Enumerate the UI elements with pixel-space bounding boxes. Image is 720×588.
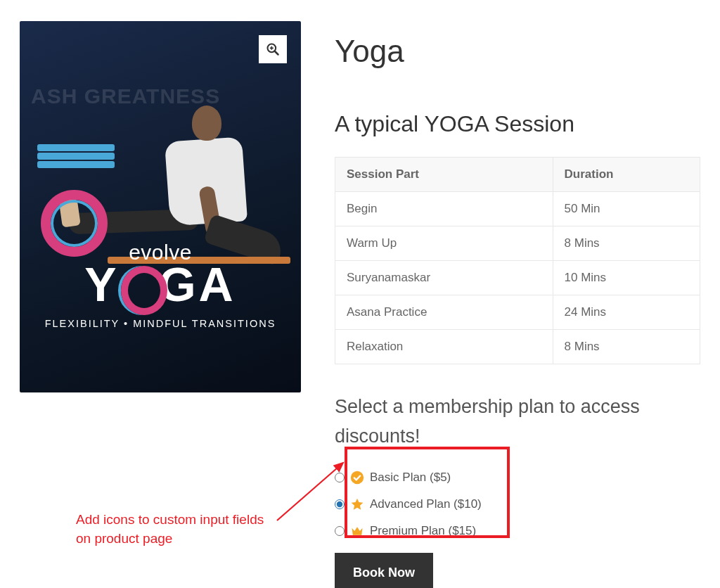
annotation-text: Add icons to custom input fields on prod…	[76, 511, 264, 548]
table-row: Asana Practice 24 Mins	[335, 295, 700, 330]
plan-advanced[interactable]: Advanced Plan ($10)	[335, 491, 700, 518]
col-session-part: Session Part	[335, 158, 553, 192]
plan-advanced-radio[interactable]	[335, 499, 345, 509]
membership-plans: Basic Plan ($5) Advanced Plan ($10)	[335, 464, 700, 544]
plan-basic-radio[interactable]	[335, 473, 345, 482]
logo-o-icon: O	[120, 260, 159, 308]
plan-premium[interactable]: Premium Plan ($15)	[335, 518, 700, 544]
svg-line-1	[275, 51, 278, 55]
logo-big-1: Y	[84, 257, 119, 311]
table-row: Relaxation 8 Mins	[335, 330, 700, 364]
table-row: Warm Up 8 Mins	[335, 226, 700, 261]
page-title: Yoga	[335, 34, 700, 69]
book-now-button[interactable]: Book Now	[335, 553, 433, 588]
col-duration: Duration	[553, 158, 700, 192]
logo-big-2: GA	[159, 257, 236, 311]
image-logo: evolve YOGA FLEXIBILITY • MINDFUL TRANSI…	[20, 241, 301, 329]
table-row: Begin 50 Min	[335, 192, 700, 226]
session-table: Session Part Duration Begin 50 Min Warm …	[335, 157, 700, 364]
plan-premium-label: Premium Plan ($15)	[370, 524, 476, 538]
zoom-in-icon	[266, 42, 280, 56]
plan-basic[interactable]: Basic Plan ($5)	[335, 464, 700, 491]
check-circle-icon	[350, 471, 364, 485]
logo-tagline: FLEXIBILITY • MINDFUL TRANSITIONS	[20, 318, 301, 329]
svg-point-4	[351, 471, 364, 484]
plan-premium-radio[interactable]	[335, 526, 345, 536]
star-icon	[350, 497, 364, 511]
zoom-button[interactable]	[259, 35, 287, 63]
table-row: Suryanamaskar 10 Mins	[335, 261, 700, 295]
plan-advanced-label: Advanced Plan ($10)	[370, 497, 482, 511]
product-image[interactable]: ASH GREATNESS evolve YOGA	[20, 21, 301, 392]
plan-basic-label: Basic Plan ($5)	[370, 471, 451, 485]
session-heading: A typical YOGA Session	[335, 111, 700, 137]
crown-icon	[350, 524, 364, 538]
membership-heading: Select a membership plan to access disco…	[335, 392, 700, 452]
